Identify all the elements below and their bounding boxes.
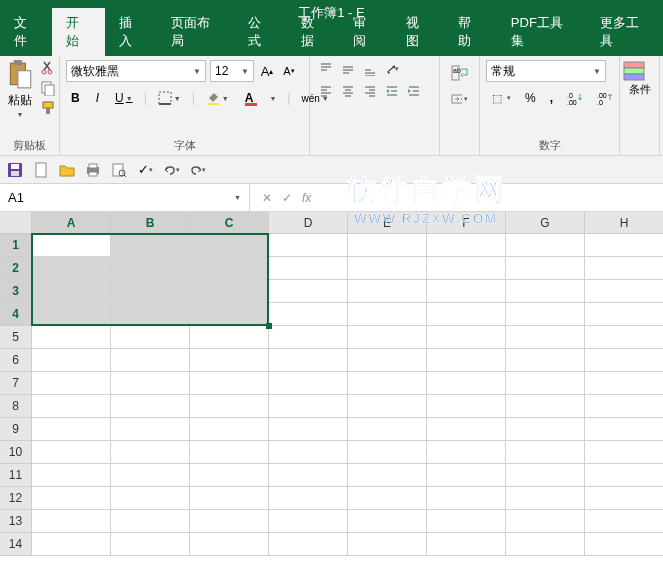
cell[interactable] [111, 487, 190, 510]
undo-button[interactable]: ▾ [162, 161, 180, 179]
cell[interactable] [506, 464, 585, 487]
row-header[interactable]: 2 [0, 257, 32, 280]
cell[interactable] [190, 303, 269, 326]
column-header[interactable]: C [190, 212, 269, 234]
cell[interactable] [506, 326, 585, 349]
cell[interactable] [32, 349, 111, 372]
cell[interactable] [190, 533, 269, 556]
cell[interactable] [190, 487, 269, 510]
cell[interactable] [111, 303, 190, 326]
tab-moretools[interactable]: 更多工具 [586, 8, 663, 56]
row-header[interactable]: 14 [0, 533, 32, 556]
align-left-button[interactable] [316, 82, 336, 100]
cell[interactable] [427, 487, 506, 510]
copy-icon[interactable] [40, 80, 56, 96]
cell[interactable] [348, 234, 427, 257]
cell[interactable] [111, 395, 190, 418]
row-header[interactable]: 3 [0, 280, 32, 303]
cell[interactable] [190, 326, 269, 349]
cell[interactable] [348, 533, 427, 556]
cell[interactable] [32, 234, 111, 257]
cell[interactable] [269, 280, 348, 303]
cell[interactable] [269, 234, 348, 257]
column-header[interactable]: B [111, 212, 190, 234]
cell[interactable] [32, 372, 111, 395]
cell[interactable] [585, 257, 663, 280]
cell[interactable] [585, 349, 663, 372]
row-header[interactable]: 7 [0, 372, 32, 395]
cell[interactable] [585, 326, 663, 349]
new-button[interactable] [32, 161, 50, 179]
cell[interactable] [506, 510, 585, 533]
cell[interactable] [348, 487, 427, 510]
enter-formula-button[interactable]: ✓ [282, 191, 292, 205]
decrease-indent-button[interactable] [382, 82, 402, 100]
cell[interactable] [348, 326, 427, 349]
cell[interactable] [506, 487, 585, 510]
cell[interactable] [111, 349, 190, 372]
cell[interactable] [32, 464, 111, 487]
print-button[interactable] [84, 161, 102, 179]
cell[interactable] [32, 533, 111, 556]
cell[interactable] [269, 510, 348, 533]
align-middle-button[interactable] [338, 60, 358, 78]
row-header[interactable]: 6 [0, 349, 32, 372]
cell[interactable] [269, 303, 348, 326]
cell[interactable] [427, 234, 506, 257]
cell[interactable] [190, 349, 269, 372]
cell[interactable] [111, 257, 190, 280]
cell[interactable] [111, 372, 190, 395]
cell[interactable] [32, 487, 111, 510]
comma-button[interactable]: , [545, 88, 558, 108]
cell[interactable] [585, 487, 663, 510]
cell[interactable] [269, 372, 348, 395]
select-all-corner[interactable] [0, 212, 32, 234]
tab-help[interactable]: 帮助 [444, 8, 496, 56]
row-header[interactable]: 10 [0, 441, 32, 464]
cell[interactable] [190, 280, 269, 303]
tab-pagelayout[interactable]: 页面布局 [157, 8, 234, 56]
tab-review[interactable]: 审阅 [339, 8, 391, 56]
bold-button[interactable]: B [66, 88, 85, 108]
font-size-combo[interactable]: 12 ▼ [210, 60, 254, 82]
cell[interactable] [190, 395, 269, 418]
column-header[interactable]: H [585, 212, 663, 234]
cut-icon[interactable] [40, 60, 56, 76]
cell[interactable] [585, 418, 663, 441]
cell[interactable] [585, 510, 663, 533]
cell[interactable] [32, 395, 111, 418]
print-preview-button[interactable] [110, 161, 128, 179]
row-header[interactable]: 9 [0, 418, 32, 441]
column-header[interactable]: F [427, 212, 506, 234]
open-button[interactable] [58, 161, 76, 179]
cell[interactable] [427, 372, 506, 395]
cell[interactable] [585, 372, 663, 395]
worksheet-grid[interactable]: ABCDEFGH 1234567891011121314 [0, 212, 663, 578]
row-header[interactable]: 8 [0, 395, 32, 418]
cell[interactable] [269, 349, 348, 372]
tab-file[interactable]: 文件 [0, 8, 52, 56]
spellcheck-button[interactable]: ✓▾ [136, 161, 154, 179]
cell[interactable] [190, 464, 269, 487]
row-header[interactable]: 13 [0, 510, 32, 533]
cell[interactable] [32, 418, 111, 441]
cell[interactable] [348, 418, 427, 441]
column-header[interactable]: E [348, 212, 427, 234]
cell[interactable] [427, 464, 506, 487]
align-top-button[interactable] [316, 60, 336, 78]
orientation-button[interactable]: ⤤▾ [382, 60, 402, 78]
cell[interactable] [427, 257, 506, 280]
cell[interactable] [111, 418, 190, 441]
tab-data[interactable]: 数据 [287, 8, 339, 56]
tab-home[interactable]: 开始 [52, 8, 104, 56]
cell[interactable] [348, 395, 427, 418]
increase-font-button[interactable]: A▴ [258, 61, 276, 81]
cell[interactable] [506, 234, 585, 257]
insert-function-button[interactable]: fx [302, 191, 311, 205]
number-format-combo[interactable]: 常规 ▼ [486, 60, 606, 82]
cell[interactable] [111, 464, 190, 487]
cell[interactable] [190, 372, 269, 395]
cell[interactable] [269, 533, 348, 556]
cell[interactable] [111, 234, 190, 257]
cell[interactable] [269, 257, 348, 280]
